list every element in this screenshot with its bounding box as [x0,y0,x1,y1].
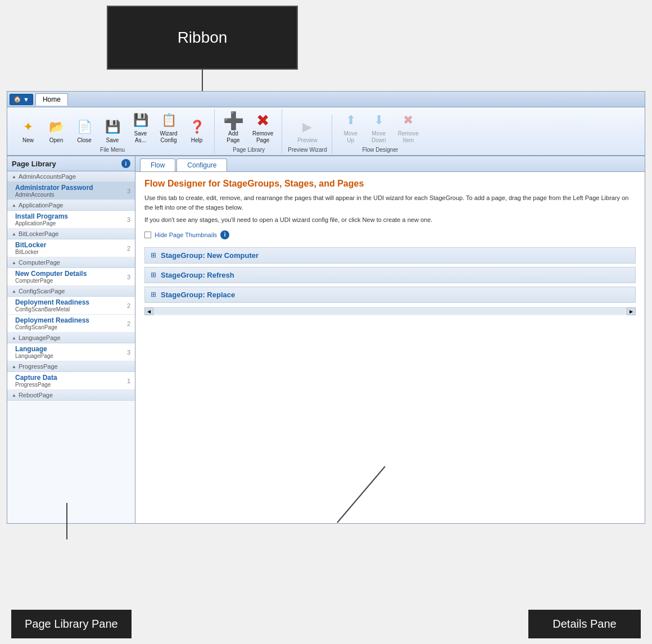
category-computer: ▲ ComputerPage [7,257,135,268]
stage-group-new-computer: ⊞ StageGroup: New Computer [144,247,636,264]
app-icon: 🏠 [13,96,21,103]
move-up-button[interactable]: ⬆ MoveUp [338,110,364,146]
save-as-button[interactable]: 💾 SaveAs... [128,110,153,146]
flow-content: Flow Designer for StageGroups, Stages, a… [135,172,645,523]
category-bitlocker: ▲ BitLockerPage [7,229,135,239]
stage-group-refresh: ⊞ StageGroup: Refresh [144,267,636,283]
page-library-info-icon[interactable]: i [121,159,130,168]
move-down-icon: ⬇ [370,111,388,129]
lib-item-new-computer-details[interactable]: New Computer Details ComputerPage 3 [7,268,135,286]
category-label: BitLockerPage [19,230,59,237]
page-library-header: Page Library i [7,156,135,171]
preview-button[interactable]: ▶ Preview [293,116,322,146]
tab-flow[interactable]: Flow [140,158,175,171]
remove-item-button[interactable]: ✖ RemoveItem [394,110,423,146]
lib-item-deployment-readiness-1[interactable]: Deployment Readiness ConfigScanBareMetal… [7,297,135,315]
page-library-pane: Page Library i ▲ AdminAccountsPage Admin… [7,156,135,523]
preview-icon: ▶ [298,118,316,136]
main-content: Page Library i ▲ AdminAccountsPage Admin… [7,156,645,523]
save-button[interactable]: 💾 Save [99,116,125,146]
page-library-group-label: Page Library [233,147,265,153]
remove-page-icon: ✖ [254,111,272,129]
category-label: ComputerPage [19,259,60,266]
tabs-bar: Flow Configure [135,156,645,172]
hide-thumbnails-info-icon[interactable]: i [220,230,229,239]
save-icon: 💾 [103,118,121,136]
hide-thumbnails-label[interactable]: Hide Page Thumbnails [155,232,217,238]
details-pane-label: Details Pane [528,610,641,638]
lib-item-install-programs[interactable]: Install Programs ApplicationPage 3 [7,211,135,229]
close-icon: 📄 [75,118,93,136]
scroll-left-arrow[interactable]: ◀ [144,307,153,315]
wizard-config-icon: 📋 [160,111,178,129]
remove-page-button[interactable]: ✖ RemovePage [248,110,277,146]
tab-configure[interactable]: Configure [176,158,227,171]
new-button[interactable]: ✦ New [15,116,41,146]
lib-item-deployment-readiness-2[interactable]: Deployment Readiness ConfigScanPage 2 [7,315,135,333]
category-reboot: ▲ RebootPage [7,390,135,401]
wizard-config-button[interactable]: 📋 WizardConfig [156,110,182,146]
stage-group-title-new-computer: StageGroup: New Computer [161,251,259,260]
add-page-icon: ➕ [224,111,242,129]
lib-item-capture-data[interactable]: Capture Data ProgressPage 1 [7,372,135,390]
ribbon-group-file: ✦ New 📂 Open 📄 Close 💾 Save 💾 Save [11,110,215,154]
new-icon: ✦ [19,118,37,136]
lib-item-language[interactable]: Language LanguagePage 3 [7,343,135,361]
category-label: ConfigScanPage [19,288,65,294]
app-window: 🏠 ▼ Home ✦ New 📂 Open 📄 Close [7,91,645,524]
category-label: ProgressPage [19,363,58,370]
expand-triangle: ▲ [12,289,16,294]
stage-group-title-replace: StageGroup: Replace [161,291,235,299]
expand-triangle: ▲ [12,393,16,398]
move-down-button[interactable]: ⬇ MoveDown [366,110,392,146]
ribbon-group-preview: ▶ Preview Preview Wizard [283,115,332,154]
stage-group-header-refresh[interactable]: ⊞ StageGroup: Refresh [145,267,635,283]
save-as-icon: 💾 [132,111,150,129]
lib-item-bitlocker[interactable]: BitLocker BitLocker 2 [7,239,135,257]
category-label: RebootPage [19,392,53,398]
open-icon: 📂 [47,118,65,136]
app-menu-arrow: ▼ [23,96,29,103]
stage-group-header-replace[interactable]: ⊞ StageGroup: Replace [145,287,635,302]
remove-item-icon: ✖ [399,111,417,129]
expand-icon: ⊞ [151,291,156,298]
stage-group-header-new-computer[interactable]: ⊞ StageGroup: New Computer [145,248,635,263]
stage-group-replace: ⊞ StageGroup: Replace [144,287,636,303]
move-up-icon: ⬆ [342,111,360,129]
hide-thumbnails-checkbox[interactable] [144,232,151,238]
preview-buttons: ▶ Preview [293,115,322,146]
flow-desc-2: If you don't see any stages, you'll need… [144,215,636,225]
preview-wizard-label: Preview Wizard [288,147,327,153]
category-language: ▲ LanguagePage [7,333,135,343]
tab-home[interactable]: Home [35,93,68,106]
page-library-list: ▲ AdminAccountsPage Administrator Passwo… [7,171,135,523]
expand-triangle: ▲ [12,203,16,208]
ribbon-group-page-library: ➕ AddPage ✖ RemovePage Page Library [216,110,282,154]
scroll-right-arrow[interactable]: ▶ [627,307,636,315]
flow-designer-buttons: ⬆ MoveUp ⬇ MoveDown ✖ RemoveItem [338,110,423,146]
stage-group-title-refresh: StageGroup: Refresh [161,271,234,279]
category-progress: ▲ ProgressPage [7,361,135,372]
app-menu-button[interactable]: 🏠 ▼ [10,94,33,105]
file-menu-label: File Menu [100,147,125,153]
flow-designer-title: Flow Designer for StageGroups, Stages, a… [144,179,636,189]
open-button[interactable]: 📂 Open [43,116,69,146]
expand-triangle: ▲ [12,364,16,369]
category-label: LanguagePage [19,334,61,341]
help-button[interactable]: ❓ Help [184,116,210,146]
hide-thumbnails-row: Hide Page Thumbnails i [144,230,636,239]
title-bar: 🏠 ▼ Home [7,92,645,107]
horizontal-scrollbar[interactable]: ◀ ▶ [144,307,636,315]
category-configscan: ▲ ConfigScanPage [7,286,135,297]
expand-triangle: ▲ [12,335,16,341]
ribbon-label-text: Ribbon [178,29,228,47]
lib-item-admin-password[interactable]: Administrator Password AdminAccounts 3 [7,182,135,200]
file-buttons: ✦ New 📂 Open 📄 Close 💾 Save 💾 Save [15,110,210,146]
expand-icon: ⊞ [151,271,156,279]
add-page-button[interactable]: ➕ AddPage [220,110,246,146]
category-label: ApplicationPage [19,202,64,208]
details-pane: Flow Configure Flow Designer for StageGr… [135,156,645,523]
page-library-buttons: ➕ AddPage ✖ RemovePage [220,110,277,146]
expand-icon: ⊞ [151,251,156,259]
close-button[interactable]: 📄 Close [71,116,97,146]
